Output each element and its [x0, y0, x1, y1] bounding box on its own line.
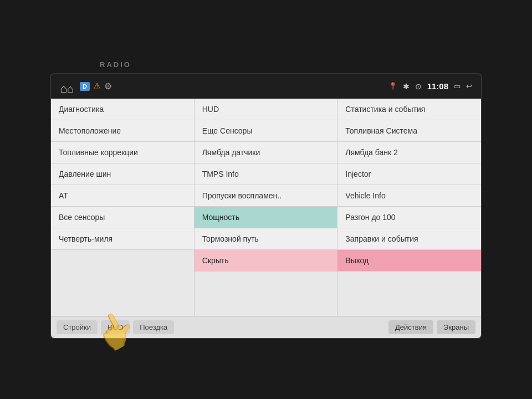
menu-item-power[interactable]: Мощность — [195, 207, 337, 228]
battery-icon: ▭ — [454, 82, 461, 90]
menu-item-0-100[interactable]: Разгон до 100 — [337, 207, 481, 228]
screens-button[interactable]: Экраны — [437, 320, 475, 334]
bottom-actions: Действия Экраны — [388, 320, 475, 334]
home-icon[interactable]: ⌂ — [60, 81, 72, 91]
menu-item-all-sensors[interactable]: Все сенсоры — [51, 207, 194, 228]
tab-hud[interactable]: HUD — [101, 320, 130, 334]
menu-item-exit[interactable]: Выход — [337, 250, 481, 272]
menu-item-stats-events[interactable]: Статистика и события — [337, 99, 481, 120]
bottom-bar: Стройки HUD Поездка Действия Экраны — [51, 316, 481, 338]
menu-item-fuel-corrections[interactable]: Топливные коррекции — [51, 142, 194, 163]
menu-item-tire-pressure[interactable]: Давление шин — [51, 163, 194, 185]
menu-item-diagnostics[interactable]: Диагностика — [51, 99, 194, 120]
radio-label: RADIO — [100, 60, 131, 69]
actions-button[interactable]: Действия — [388, 320, 433, 334]
menu-col-3: Статистика и события Топливная Система Л… — [337, 99, 481, 316]
location-icon: 📍 — [388, 82, 397, 90]
menu-item-braking[interactable]: Тормозной путь — [195, 228, 337, 250]
d-badge: D — [80, 82, 90, 91]
warning-icon: ⚠ — [93, 81, 101, 91]
menu-col-1: Диагностика Местоположение Топливные кор… — [51, 99, 195, 316]
bluetooth-icon: ✱ — [403, 82, 410, 91]
menu-item-injector[interactable]: Injector — [337, 163, 481, 185]
menu-item-tmps-info[interactable]: TMPS Info — [195, 163, 337, 185]
clock-icon: ⊙ — [415, 82, 422, 91]
menu-item-at[interactable]: AT — [51, 185, 194, 207]
menu-grid: Диагностика Местоположение Топливные кор… — [51, 99, 481, 316]
menu-item-hud[interactable]: HUD — [195, 99, 337, 120]
status-left: ⌂ D ⚠ ⚙ — [60, 81, 112, 91]
menu-item-location[interactable]: Местоположение — [51, 120, 194, 142]
tab-settings[interactable]: Стройки — [57, 320, 98, 334]
status-bar: ⌂ D ⚠ ⚙ 📍 ✱ ⊙ 11:08 ▭ ↩ — [51, 74, 481, 99]
menu-col-2: HUD Еще Сенсоры Лямбда датчики TMPS Info… — [195, 99, 338, 316]
menu-item-lambda-sensors[interactable]: Лямбда датчики — [195, 142, 337, 163]
status-right: 📍 ✱ ⊙ 11:08 ▭ ↩ — [388, 81, 472, 91]
time-display: 11:08 — [427, 81, 448, 91]
back-icon[interactable]: ↩ — [466, 82, 472, 90]
menu-item-quarter-mile[interactable]: Четверть-миля — [51, 228, 194, 250]
menu-item-vehicle-info[interactable]: Vehicle Info — [337, 185, 481, 207]
menu-item-lambda-bank2[interactable]: Лямбда банк 2 — [337, 142, 481, 163]
menu-item-hide[interactable]: Скрыть — [195, 250, 337, 272]
menu-item-fuel-system[interactable]: Топливная Система — [337, 120, 481, 142]
main-screen: ⌂ D ⚠ ⚙ 📍 ✱ ⊙ 11:08 ▭ ↩ Диагностика — [50, 73, 482, 339]
tab-trip[interactable]: Поездка — [133, 320, 174, 334]
menu-item-refuels-events[interactable]: Заправки и события — [337, 228, 481, 250]
status-icons: D ⚠ ⚙ — [80, 81, 112, 91]
menu-item-more-sensors[interactable]: Еще Сенсоры — [195, 120, 337, 142]
gear-icon[interactable]: ⚙ — [104, 81, 112, 91]
menu-item-misfires[interactable]: Пропуски воспламен.. — [195, 185, 337, 207]
